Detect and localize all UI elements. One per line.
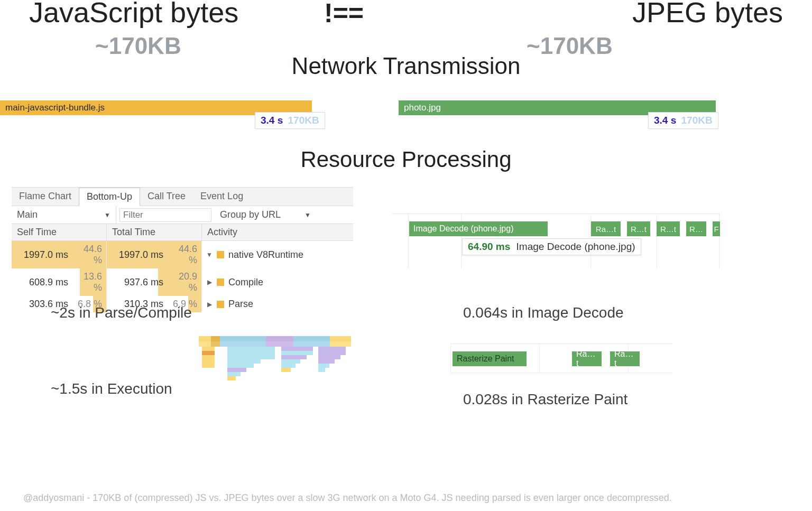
group-dropdown[interactable]: Group by URL ▼ [215,206,316,224]
callout-raster: 0.028s in Rasterize Paint [463,391,628,408]
devtools-columns: Self Time Total Time Activity [12,224,353,241]
image-decode-timeline: Image Decode (phone.jpg) Ra…t R…t R…t R…… [392,213,720,268]
decode-tiny-3: R… [686,221,706,236]
decode-block: Image Decode (phone.jpg) [409,221,548,236]
table-row[interactable]: 1997.0 ms44.6 %1997.0 ms44.6 %▼native V8… [12,241,353,268]
devtools-tab[interactable]: Event Log [193,188,251,206]
network-jpg-time: 3.4 s [654,115,676,126]
decode-block-label: Image Decode (phone.jpg) [413,224,513,234]
network-bar-jpg-label: photo.jpg [404,103,441,113]
devtools-tab[interactable]: Call Tree [140,188,193,206]
devtools-panel: Flame ChartBottom-UpCall TreeEvent Log M… [12,187,353,312]
activity-swatch-icon [217,278,224,286]
decode-tooltip: 64.90 ms Image Decode (phone.jpg) [462,238,641,255]
flame-chart-icon [199,336,351,415]
rasterize-timeline: Rasterize Paint Ra…t Ra…t [450,343,672,373]
devtools-tab[interactable]: Flame Chart [12,188,79,206]
devtools-toolbar: Main ▼ Group by URL ▼ [12,206,353,224]
network-js-kb: 170KB [288,115,319,126]
raster-chip-2: Ra…t [610,351,640,366]
col-total-time[interactable]: Total Time [107,224,202,240]
disclosure-icon[interactable]: ▶ [206,278,213,286]
network-jpg-kb: 170KB [681,115,713,126]
section-processing-title: Resource Processing [0,147,812,172]
headline-neq: !== [324,0,364,29]
col-activity[interactable]: Activity [202,224,353,240]
activity-swatch-icon [217,301,224,308]
thread-dropdown-label: Main [17,209,38,220]
footnote: @addyosmani - 170KB of (compressed) JS v… [23,493,801,504]
decode-tiny-1: R…t [627,221,650,236]
decode-tooltip-label: Image Decode (phone.jpg) [516,241,635,252]
chevron-down-icon: ▼ [104,211,110,219]
raster-chip-1: Ra…t [572,351,602,366]
disclosure-icon[interactable]: ▶ [206,301,213,308]
decode-tiny-4: F [713,221,720,236]
decode-tiny-2: R…t [657,221,680,236]
callout-decode: 0.064s in Image Decode [463,304,624,321]
disclosure-icon[interactable]: ▼ [206,251,213,258]
network-bars: main-javascript-bundle.js 3.4 s 170KB ph… [0,100,812,140]
raster-chip-0: Rasterize Paint [453,351,527,366]
network-js-time: 3.4 s [261,115,283,126]
table-row[interactable]: 608.9 ms13.6 %937.6 ms20.9 %▶Compile [12,268,353,296]
devtools-tabs: Flame ChartBottom-UpCall TreeEvent Log [12,188,353,206]
activity-label: native V8Runtime [228,249,303,261]
filter-input[interactable] [119,208,211,222]
activity-swatch-icon [217,251,224,258]
callout-exec: ~1.5s in Execution [51,380,172,397]
network-bar-js-label: main-javascript-bundle.js [5,103,105,113]
headline-js: JavaScript bytes [29,0,256,29]
decode-tooltip-ms: 64.90 ms [468,241,510,252]
devtools-tab[interactable]: Bottom-Up [79,188,140,206]
headline-row: JavaScript bytes !== JPEG bytes [0,0,812,29]
activity-label: Compile [228,277,263,288]
thread-dropdown[interactable]: Main ▼ [12,206,116,224]
col-self-time[interactable]: Self Time [12,224,107,240]
group-dropdown-label: Group by URL [220,209,281,220]
network-badge-js: 3.4 s 170KB [255,112,325,129]
chevron-down-icon: ▼ [304,211,311,219]
activity-label: Parse [228,299,253,310]
devtools-rows: 1997.0 ms44.6 %1997.0 ms44.6 %▼native V8… [12,241,353,312]
decode-tiny-0: Ra…t [591,221,621,236]
section-network-title: Network Transmission [0,53,812,79]
headline-jpeg: JPEG bytes [632,0,783,29]
network-badge-jpg: 3.4 s 170KB [648,112,718,129]
